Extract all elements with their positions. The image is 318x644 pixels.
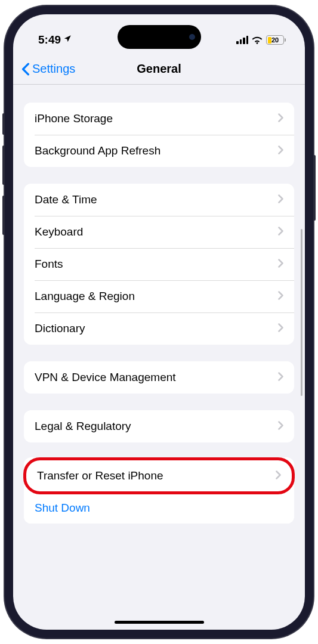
battery-percent: 20: [271, 36, 279, 44]
page-title: General: [137, 62, 181, 76]
chevron-right-icon: [278, 227, 283, 238]
row-label: Keyboard: [35, 225, 83, 239]
chevron-right-icon: [278, 421, 283, 432]
row-label: Fonts: [35, 258, 63, 271]
action-label: Shut Down: [35, 501, 90, 514]
row-transfer-reset[interactable]: Transfer or Reset iPhone: [23, 457, 295, 494]
chevron-right-icon: [278, 194, 283, 206]
back-button[interactable]: Settings: [21, 62, 75, 76]
settings-group-legal: Legal & Regulatory: [24, 410, 294, 442]
settings-content: iPhone Storage Background App Refresh Da…: [13, 85, 305, 547]
chevron-left-icon: [21, 63, 30, 76]
settings-group-vpn: VPN & Device Management: [24, 361, 294, 394]
row-background-refresh[interactable]: Background App Refresh: [24, 135, 294, 167]
battery-icon: 20: [266, 35, 286, 45]
chevron-right-icon: [278, 291, 283, 302]
row-vpn-device[interactable]: VPN & Device Management: [24, 361, 294, 394]
settings-group-storage: iPhone Storage Background App Refresh: [24, 103, 294, 167]
row-label: Language & Region: [35, 290, 135, 303]
row-date-time[interactable]: Date & Time: [24, 184, 294, 216]
nav-header: Settings General: [13, 56, 305, 85]
row-label: Date & Time: [35, 193, 97, 206]
side-buttons-left: [2, 113, 5, 246]
wifi-icon: [252, 36, 263, 44]
row-legal[interactable]: Legal & Regulatory: [24, 410, 294, 442]
row-fonts[interactable]: Fonts: [24, 248, 294, 280]
phone-frame: 5:49 20: [5, 6, 313, 638]
chevron-right-icon: [278, 323, 283, 335]
status-right: 20: [236, 35, 286, 45]
chevron-right-icon: [278, 372, 283, 383]
home-indicator[interactable]: [115, 621, 204, 624]
location-icon: [63, 35, 72, 45]
dynamic-island: [118, 25, 201, 49]
row-label: Transfer or Reset iPhone: [37, 469, 163, 482]
phone-screen: 5:49 20: [13, 14, 305, 630]
back-label: Settings: [32, 62, 75, 76]
chevron-right-icon: [278, 113, 283, 125]
row-iphone-storage[interactable]: iPhone Storage: [24, 103, 294, 135]
settings-group-reset: Transfer or Reset iPhone Shut Down: [24, 457, 294, 524]
status-left: 5:49: [38, 33, 72, 47]
status-time: 5:49: [38, 33, 61, 47]
row-label: Legal & Regulatory: [35, 420, 131, 433]
settings-group-system: Date & Time Keyboard Fonts Language & Re…: [24, 184, 294, 345]
row-language-region[interactable]: Language & Region: [24, 280, 294, 312]
scroll-indicator[interactable]: [301, 229, 302, 396]
row-label: iPhone Storage: [35, 112, 113, 125]
chevron-right-icon: [278, 259, 283, 270]
row-label: Background App Refresh: [35, 144, 160, 157]
side-button-right: [313, 155, 316, 221]
chevron-right-icon: [278, 145, 283, 157]
cellular-signal-icon: [236, 36, 248, 44]
row-keyboard[interactable]: Keyboard: [24, 216, 294, 248]
row-label: VPN & Device Management: [35, 371, 176, 384]
row-dictionary[interactable]: Dictionary: [24, 312, 294, 345]
row-label: Dictionary: [35, 322, 85, 335]
chevron-right-icon: [276, 470, 281, 482]
row-shut-down[interactable]: Shut Down: [24, 493, 294, 524]
